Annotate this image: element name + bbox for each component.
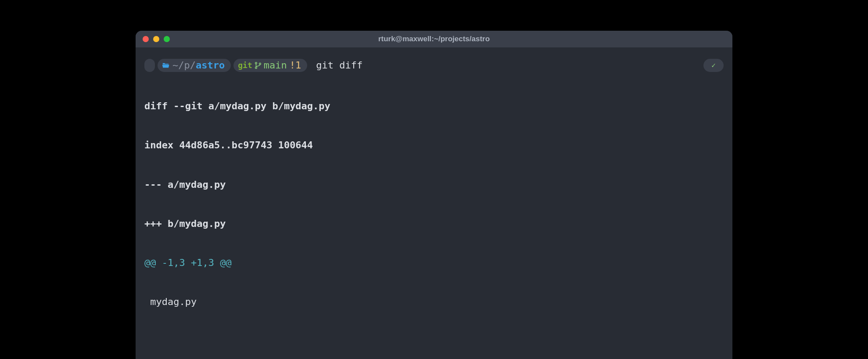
prompt-row-1: ~/p/astro git main !1 git diff [144,59,724,72]
path-prefix: ~/p/ [172,59,196,72]
window-title: rturk@maxwell:~/projects/astro [136,35,732,43]
prompt-left: ~/p/astro git main !1 git diff [144,59,362,72]
git-dirty-indicator: !1 [290,59,301,72]
svg-point-2 [259,63,261,65]
diff-context-line: mydag.py [144,295,724,309]
diff-new-file-line: +++ b/mydag.py [144,217,724,230]
diff-index-line: index 44d86a5..bc97743 100644 [144,139,724,152]
diff-old-file-line: --- a/mydag.py [144,178,724,191]
traffic-lights [143,36,170,42]
folder-open-icon [162,62,170,69]
diff-header-line: diff --git a/mydag.py b/mydag.py [144,100,724,113]
close-button[interactable] [143,36,149,42]
svg-point-1 [255,67,257,68]
check-icon: ✓ [711,61,716,70]
minimize-button[interactable] [153,36,159,42]
git-branch-icon [254,61,262,69]
os-pill [144,59,155,72]
status-pill: ✓ [703,59,724,72]
diff-output: diff --git a/mydag.py b/mydag.py index 4… [144,74,724,359]
zoom-button[interactable] [164,36,170,42]
svg-point-0 [255,62,257,64]
terminal-window: rturk@maxwell:~/projects/astro ~/p/astro… [136,31,732,359]
git-pill: git main !1 [233,59,307,72]
titlebar: rturk@maxwell:~/projects/astro [136,31,732,47]
git-label: git [238,60,252,71]
branch-name: main [264,59,287,72]
command-input[interactable]: git diff [316,59,362,72]
diff-blank-line [144,334,724,348]
terminal-body[interactable]: ~/p/astro git main !1 git diff [136,47,732,359]
path-dir: astro [196,59,225,72]
path-pill: ~/p/astro [158,59,231,72]
diff-hunk-line: @@ -1,3 +1,3 @@ [144,256,724,269]
